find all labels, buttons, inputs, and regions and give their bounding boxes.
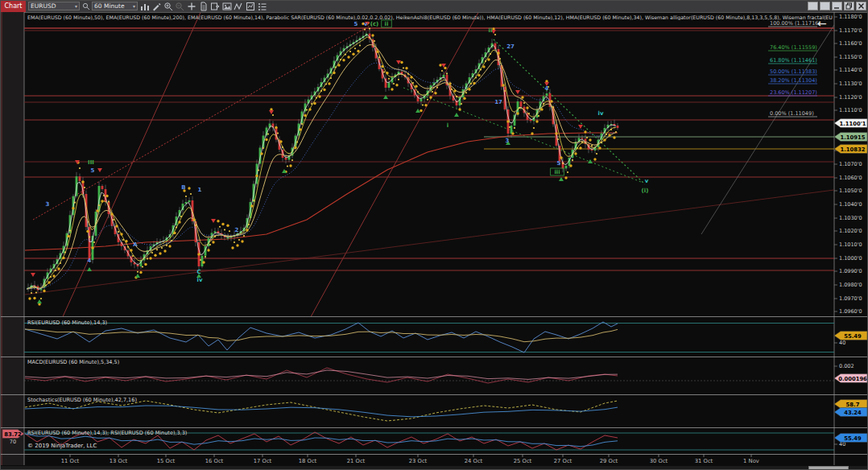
- svg-text:1.1130'0: 1.1130'0: [839, 80, 862, 87]
- svg-text:1.1120'0: 1.1120'0: [839, 94, 862, 101]
- parabolic-sar-dots: [28, 22, 617, 306]
- svg-text:23.60% (1.11207): 23.60% (1.11207): [770, 89, 817, 96]
- wave-labels: 3III54AB12Civ5v(c)iiii27417i35iiiivv(i): [46, 20, 649, 283]
- wave-label: iv: [598, 110, 604, 117]
- ema200-line: [25, 133, 618, 250]
- rsi-panel-label: RSI(EURUSD (60 Minute),14,3): [27, 320, 107, 326]
- svg-text:1.1010'0: 1.1010'0: [839, 241, 862, 248]
- svg-text:0.002: 0.002: [839, 363, 854, 369]
- svg-text:16 Oct: 16 Oct: [205, 458, 224, 464]
- svg-text:25 Oct: 25 Oct: [514, 458, 532, 464]
- svg-text:11 Oct: 11 Oct: [61, 458, 80, 464]
- svg-text:1.0980'0: 1.0980'0: [839, 282, 862, 288]
- svg-text:13 Oct: 13 Oct: [110, 458, 128, 464]
- svg-text:1 Nov: 1 Nov: [743, 458, 759, 464]
- wave-label: 27: [506, 43, 515, 50]
- wave-label: 5: [557, 160, 561, 167]
- svg-text:38.20% (1.11304): 38.20% (1.11304): [770, 77, 817, 84]
- svg-text:1.10832: 1.10832: [841, 146, 866, 153]
- scrollbar-thumb[interactable]: [808, 466, 849, 470]
- svg-text:1.1060'0: 1.1060'0: [839, 175, 862, 181]
- scroll-back-arrow[interactable]: ←: [817, 18, 827, 29]
- date-axis: 11 Oct13 Oct15 Oct16 Oct17 Oct18 Oct21 O…: [61, 455, 759, 465]
- wave-label: v: [364, 21, 368, 27]
- wave-label: 5: [91, 167, 95, 174]
- indicator-label: EMA(EURUSD (60 Minute),50), EMA(EURUSD (…: [27, 14, 833, 20]
- price-axis: 1.1180'01.1170'01.1160'01.1150'01.1140'0…: [834, 14, 867, 315]
- stochastics-panel: 58.743.24: [25, 400, 867, 422]
- svg-text:43.24: 43.24: [844, 410, 862, 416]
- wave-label: 4: [545, 85, 549, 92]
- svg-text:1.0990'0: 1.0990'0: [839, 268, 862, 274]
- wave-label: 4: [88, 258, 92, 264]
- svg-text:100.00% (1.11716): 100.00% (1.11716): [770, 20, 820, 27]
- copyright-text: © 2019 NinjaTrader, LLC: [27, 443, 97, 449]
- support-resistance-lines: [24, 28, 834, 270]
- fractal-markers: [31, 22, 593, 303]
- svg-text:1.10915: 1.10915: [841, 134, 866, 141]
- wave-label: 3: [506, 138, 510, 144]
- svg-text:24 Oct: 24 Oct: [465, 458, 483, 464]
- wave-label: v: [645, 178, 649, 184]
- svg-text:30 Oct: 30 Oct: [650, 458, 668, 464]
- svg-text:0.000196: 0.000196: [838, 376, 867, 382]
- horizontal-scrollbar[interactable]: [1, 466, 868, 470]
- svg-text:1.1170'0: 1.1170'0: [839, 27, 862, 34]
- wave-label: (c): [370, 21, 379, 27]
- wave-label: i: [447, 122, 448, 129]
- wave-label: 3: [46, 201, 50, 208]
- svg-text:1.1050'0: 1.1050'0: [839, 188, 862, 194]
- svg-text:58.7: 58.7: [846, 402, 860, 408]
- svg-text:1.1140'0: 1.1140'0: [839, 67, 862, 73]
- svg-text:1.1000'0: 1.1000'0: [839, 255, 862, 262]
- svg-text:1.1110'0: 1.1110'0: [839, 107, 862, 113]
- svg-text:1.1100'1: 1.1100'1: [839, 121, 866, 127]
- wave-label: B: [181, 184, 185, 191]
- svg-text:50.00% (1.11383): 50.00% (1.11383): [770, 68, 817, 75]
- rsi2-panel-label: RSI(EURUSD (60 Minute),14,3); RSI(EURUSD…: [27, 430, 187, 436]
- svg-text:21 Oct: 21 Oct: [347, 458, 366, 464]
- wave-label: 17: [494, 99, 502, 105]
- trend-lines: [25, 1, 834, 347]
- svg-text:40: 40: [839, 340, 845, 346]
- svg-text:23 Oct: 23 Oct: [409, 458, 428, 464]
- svg-text:1.1020'0: 1.1020'0: [839, 228, 862, 234]
- svg-text:27 Oct: 27 Oct: [554, 458, 572, 464]
- svg-text:18 Oct: 18 Oct: [299, 458, 317, 464]
- wave-label: ii: [385, 21, 389, 27]
- stochastics-panel-label: Stochastics(EURUSD (60 Minute),42,7,16): [27, 397, 137, 403]
- wave-label: C: [196, 269, 200, 275]
- wave-label: 5: [354, 21, 358, 27]
- svg-text:76.40% (1.11559): 76.40% (1.11559): [770, 44, 817, 51]
- wave-label: iii: [554, 169, 560, 175]
- macd-panel: 0.0020.000196: [24, 363, 867, 383]
- svg-text:17 Oct: 17 Oct: [254, 458, 272, 464]
- svg-text:15 Oct: 15 Oct: [157, 458, 176, 464]
- rsi-panel: 4055.49: [24, 322, 867, 352]
- wave-label: 1: [198, 187, 202, 193]
- wave-label: A: [133, 241, 138, 248]
- svg-text:1.1030'0: 1.1030'0: [839, 215, 862, 221]
- wave-label: ii: [489, 27, 493, 34]
- svg-text:61.80% (1.11461): 61.80% (1.11461): [770, 57, 817, 64]
- candlesticks: [27, 29, 619, 293]
- svg-text:55.49: 55.49: [844, 435, 862, 442]
- svg-text:55.49: 55.49: [844, 333, 862, 340]
- svg-text:1.0970'0: 1.0970'0: [839, 295, 862, 302]
- wave-label: iv: [197, 277, 203, 283]
- svg-text:83.72: 83.72: [4, 431, 22, 438]
- svg-text:1.1180'0: 1.1180'0: [839, 14, 862, 20]
- svg-text:0.00% (1.11049): 0.00% (1.11049): [770, 110, 814, 117]
- macd-panel-label: MACD(EURUSD (60 Minute),5,34,5): [27, 359, 119, 365]
- svg-text:1.0960'0: 1.0960'0: [839, 308, 862, 315]
- svg-text:70: 70: [10, 439, 16, 445]
- wave-label: III: [88, 159, 94, 166]
- svg-text:29 Oct: 29 Oct: [600, 458, 618, 464]
- svg-text:1.1040'0: 1.1040'0: [839, 201, 862, 208]
- chart-window: Chart EURUSD ▾ 60 Minute ▾: [0, 0, 868, 470]
- svg-text:1.1070'0: 1.1070'0: [839, 161, 862, 167]
- wave-label: 2: [235, 227, 239, 233]
- svg-text:31 Oct: 31 Oct: [695, 458, 713, 464]
- svg-text:1.1160'0: 1.1160'0: [839, 40, 862, 47]
- svg-text:1.1150'0: 1.1150'0: [839, 54, 862, 60]
